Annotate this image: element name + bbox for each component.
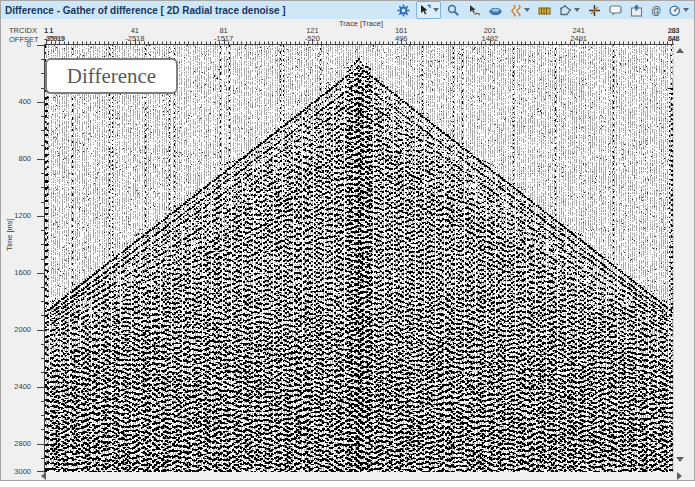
polygon-dropdown-caret[interactable] bbox=[574, 8, 580, 12]
vertical-scrollbar[interactable] bbox=[673, 45, 687, 467]
scroll-right-arrow[interactable] bbox=[677, 472, 682, 480]
time-tick-label: 1600 bbox=[1, 269, 31, 277]
comment-button[interactable] bbox=[607, 1, 624, 19]
lasso-cursor-icon bbox=[468, 4, 481, 17]
image-export-icon bbox=[630, 4, 643, 17]
pan-select-button[interactable] bbox=[416, 1, 441, 19]
time-tick-label: 400 bbox=[1, 98, 31, 106]
comb-icon bbox=[538, 4, 551, 17]
difference-annotation[interactable]: Difference bbox=[45, 58, 178, 94]
settings-gear-button[interactable] bbox=[395, 1, 412, 19]
scroll-up-arrow[interactable] bbox=[676, 48, 684, 53]
snapshot-export-button[interactable] bbox=[628, 1, 645, 19]
time-tick-label: 2000 bbox=[1, 326, 31, 334]
compass-clock-button[interactable] bbox=[667, 1, 691, 19]
magnifier-icon bbox=[447, 4, 460, 17]
pick-lasso-button[interactable] bbox=[466, 1, 483, 19]
seismic-canvas[interactable] bbox=[45, 45, 674, 472]
compass-dropdown-caret[interactable] bbox=[683, 8, 689, 12]
polygon-icon bbox=[559, 4, 572, 17]
time-axis-label: Time [ms] bbox=[5, 218, 14, 251]
horizontal-scrollbar[interactable] bbox=[39, 471, 687, 481]
time-tick-label: 3000 bbox=[1, 468, 31, 476]
pan-select-cursor-icon bbox=[418, 4, 431, 17]
view-3d-button[interactable] bbox=[487, 1, 504, 19]
difference-annotation-label: Difference bbox=[67, 64, 156, 89]
toolbar: @ bbox=[395, 2, 691, 18]
at-icon: @ bbox=[651, 4, 661, 17]
app-window: Difference - Gather of difference [ 2D R… bbox=[0, 0, 695, 481]
time-tick-label: 2400 bbox=[1, 383, 31, 391]
wiggle-display-button[interactable] bbox=[508, 1, 532, 19]
time-tick-label: 2800 bbox=[1, 440, 31, 448]
zoom-button[interactable] bbox=[445, 1, 462, 19]
lens-3d-icon bbox=[489, 4, 502, 17]
time-tick-label: 1200 bbox=[1, 212, 31, 220]
crosshair-pick-button[interactable] bbox=[586, 1, 603, 19]
pan-select-dropdown-caret[interactable] bbox=[433, 8, 439, 12]
scroll-down-arrow[interactable] bbox=[676, 457, 684, 462]
time-axis-ticks bbox=[34, 45, 45, 473]
crosshair-icon bbox=[588, 4, 601, 17]
window-title: Difference - Gather of difference [ 2D R… bbox=[1, 5, 286, 16]
scroll-left-arrow[interactable] bbox=[41, 472, 46, 480]
wiggle-traces-icon bbox=[510, 4, 522, 17]
title-bar: Difference - Gather of difference [ 2D R… bbox=[1, 1, 694, 19]
time-tick-label: 800 bbox=[1, 155, 31, 163]
compass-icon bbox=[669, 4, 681, 17]
gain-comb-button[interactable] bbox=[536, 1, 553, 19]
gear-icon bbox=[397, 4, 410, 17]
polygon-tool-button[interactable] bbox=[557, 1, 582, 19]
speech-bubble-icon bbox=[609, 4, 622, 17]
time-tick-label: 0 bbox=[1, 41, 31, 49]
wiggle-dropdown-caret[interactable] bbox=[524, 8, 530, 12]
trcidx-row-label: TRCIDX bbox=[9, 27, 37, 35]
magnify-at-button[interactable]: @ bbox=[649, 1, 663, 19]
